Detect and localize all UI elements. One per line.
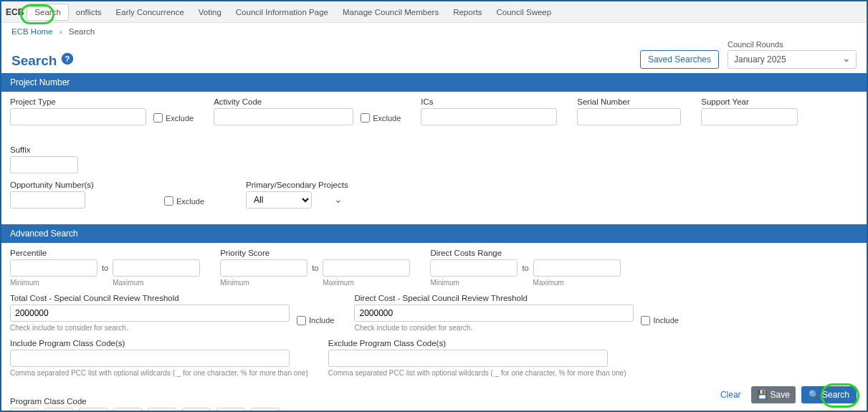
- search-icon: 🔍: [809, 390, 819, 400]
- breadcrumb-current: Search: [69, 27, 95, 36]
- direct-cost-thr-label: Direct Cost - Special Council Review Thr…: [354, 294, 634, 302]
- direct-costs-max-input[interactable]: [533, 259, 621, 277]
- breadcrumb-home[interactable]: ECB Home: [11, 27, 53, 36]
- help-icon[interactable]: ?: [61, 52, 74, 69]
- nav-item-early-concurrence[interactable]: Early Concurrence: [109, 3, 191, 21]
- nav-item-voting[interactable]: Voting: [191, 3, 229, 21]
- total-cost-thr-label: Total Cost - Special Council Review Thre…: [10, 294, 290, 302]
- support-year-label: Support Year: [701, 97, 798, 106]
- clear-button[interactable]: Clear: [716, 387, 745, 403]
- top-nav: ECB Search onflicts Early Concurrence Vo…: [1, 1, 867, 23]
- priority-max-input[interactable]: [323, 259, 410, 277]
- nav-item-search[interactable]: Search: [27, 4, 68, 21]
- suffix-input[interactable]: [10, 156, 78, 173]
- pcc-box-2[interactable]: [44, 408, 73, 412]
- nav-item-council-info[interactable]: Council Information Page: [229, 3, 335, 21]
- opportunity-exclude-checkbox[interactable]: [164, 196, 173, 206]
- footer-actions: Clear 💾 Save 🔍 Search: [716, 386, 857, 403]
- save-button[interactable]: 💾 Save: [751, 386, 796, 403]
- saved-searches-button[interactable]: Saved Searches: [640, 50, 719, 69]
- exclude-pcc-input[interactable]: [328, 350, 608, 367]
- pcc-box-5[interactable]: [148, 408, 176, 412]
- total-cost-thr-input[interactable]: [10, 305, 290, 322]
- serial-number-input[interactable]: [577, 108, 681, 125]
- section-header-advanced: Advanced Search: [1, 224, 867, 243]
- project-type-input[interactable]: [10, 108, 146, 125]
- nav-item-council-sweep[interactable]: Council Sweep: [489, 3, 558, 21]
- suffix-label: Suffix: [10, 145, 78, 154]
- activity-code-input[interactable]: [214, 108, 353, 125]
- project-type-exclude-checkbox[interactable]: [153, 113, 163, 123]
- nav-item-reports[interactable]: Reports: [446, 3, 489, 21]
- support-year-input[interactable]: [701, 108, 798, 125]
- title-row: Search ? Saved Searches Council Rounds J…: [1, 40, 867, 73]
- page-title: Search ?: [11, 52, 74, 69]
- primary-secondary-label: Primary/Secondary Projects: [246, 181, 348, 189]
- percentile-max-input[interactable]: [113, 259, 200, 277]
- direct-cost-thr-input[interactable]: [354, 305, 634, 322]
- project-number-form: Project Type Exclude Activity Code Exclu…: [1, 92, 867, 224]
- section-header-project-number: Project Number: [1, 73, 867, 92]
- direct-cost-include-checkbox[interactable]: [641, 316, 650, 325]
- activity-code-exclude-checkbox[interactable]: [361, 113, 370, 123]
- nav-brand: ECB: [6, 7, 27, 17]
- exclude-label: Exclude: [166, 114, 194, 123]
- priority-min-input[interactable]: [220, 259, 307, 277]
- breadcrumb: ECB Home › Search: [1, 23, 867, 40]
- pcc-box-3[interactable]: [79, 408, 108, 412]
- direct-costs-label: Direct Costs Range: [430, 249, 620, 257]
- percentile-label: Percentile: [10, 249, 200, 257]
- primary-secondary-select[interactable]: All: [246, 191, 312, 209]
- pcc-box-7[interactable]: [216, 408, 245, 412]
- svg-text:?: ?: [65, 54, 70, 63]
- percentile-min-input[interactable]: [10, 259, 97, 277]
- serial-number-label: Serial Number: [577, 97, 681, 106]
- council-rounds-select[interactable]: January 2025: [728, 50, 857, 69]
- save-icon: 💾: [757, 390, 768, 400]
- pcc-box-1[interactable]: [10, 408, 39, 412]
- opportunity-input[interactable]: [10, 191, 85, 209]
- pcc-box-8[interactable]: [251, 408, 280, 412]
- pcc-box-4[interactable]: [113, 408, 142, 412]
- include-pcc-label: Include Program Class Code(s): [10, 339, 308, 348]
- breadcrumb-sep: ›: [59, 27, 62, 36]
- ics-label: ICs: [421, 97, 557, 106]
- direct-costs-min-input[interactable]: [430, 259, 518, 277]
- opportunity-label: Opportunity Number(s): [10, 181, 94, 189]
- pcc-box-6[interactable]: [182, 408, 211, 412]
- priority-label: Priority Score: [220, 249, 410, 257]
- project-type-label: Project Type: [10, 97, 146, 106]
- total-cost-include-checkbox[interactable]: [297, 316, 306, 325]
- ics-input[interactable]: [421, 108, 557, 125]
- pcc-label: Program Class Code: [10, 397, 280, 406]
- council-rounds-label: Council Rounds: [728, 40, 857, 49]
- activity-code-label: Activity Code: [214, 97, 353, 106]
- include-pcc-input[interactable]: [10, 350, 290, 367]
- nav-item-conflicts[interactable]: onflicts: [69, 3, 109, 21]
- search-button[interactable]: 🔍 Search: [801, 386, 857, 403]
- exclude-pcc-label: Exclude Program Class Code(s): [328, 339, 626, 348]
- nav-item-manage-members[interactable]: Manage Council Members: [335, 3, 446, 21]
